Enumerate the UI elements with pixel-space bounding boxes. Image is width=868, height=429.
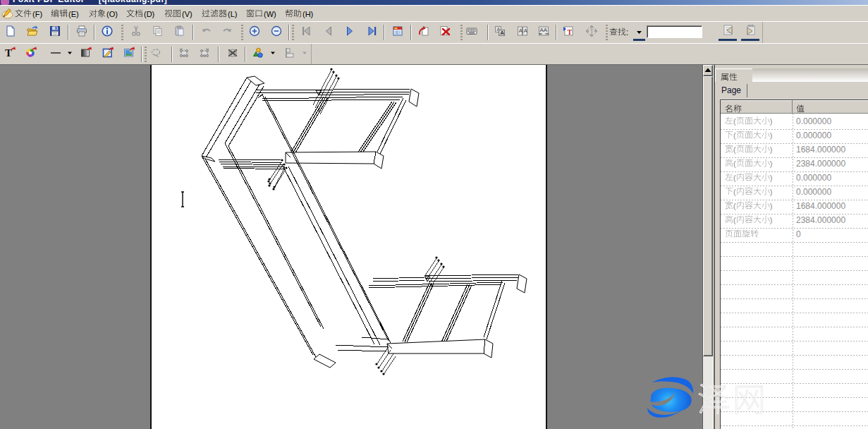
svg-text:A: A [500, 30, 504, 36]
svg-text:AA: AA [540, 27, 548, 33]
svg-text:A: A [524, 28, 527, 34]
svg-text:T: T [589, 28, 594, 35]
svg-text:T: T [568, 28, 573, 36]
svg-text:A: A [519, 28, 522, 34]
svg-text:T: T [5, 47, 12, 58]
